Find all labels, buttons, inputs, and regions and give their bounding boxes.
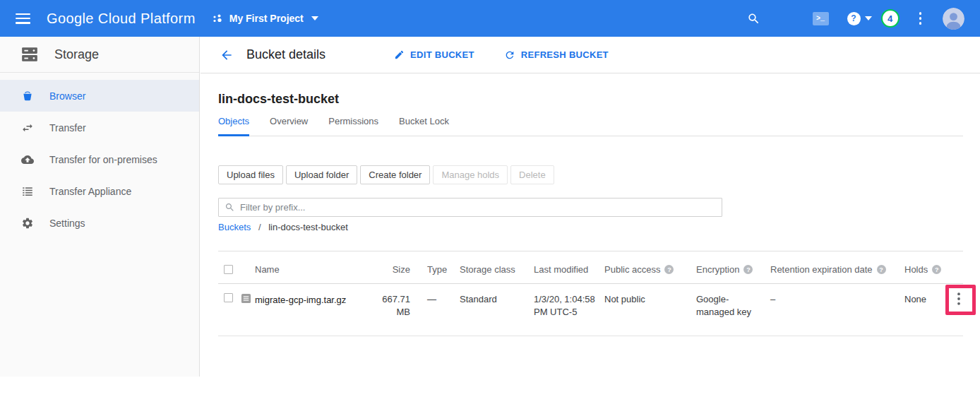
storage-product-icon	[20, 45, 39, 64]
sidebar-item-transfer-appliance[interactable]: Transfer Appliance	[0, 175, 199, 207]
tab-objects[interactable]: Objects	[218, 113, 249, 136]
sidebar-item-transfer-on-premises[interactable]: Transfer for on-premises	[0, 143, 199, 175]
appliance-icon	[21, 185, 34, 198]
more-vert-icon	[957, 292, 960, 305]
row-menu-button[interactable]	[954, 284, 963, 305]
help-icon[interactable]	[877, 265, 886, 274]
filter-box[interactable]	[218, 198, 722, 217]
sidebar-item-browser[interactable]: Browser	[0, 80, 199, 112]
filter-input[interactable]	[240, 202, 716, 213]
edit-bucket-label: EDIT BUCKET	[410, 49, 474, 60]
brand-title: Google Cloud Platform	[47, 11, 196, 27]
sidebar-item-settings[interactable]: Settings	[0, 207, 199, 239]
avatar[interactable]	[943, 8, 964, 30]
cell-public-access: Not public	[604, 284, 696, 306]
help-menu[interactable]: ?	[847, 12, 872, 25]
sidebar-title: Storage	[54, 47, 99, 62]
main-content: Bucket details EDIT BUCKET REFRESH BUCKE…	[201, 37, 980, 409]
sidebar-item-label: Browser	[49, 90, 85, 102]
select-all-checkbox[interactable]	[224, 265, 233, 274]
column-header-size: Size	[381, 264, 427, 275]
bucket-icon	[21, 90, 34, 102]
cell-object-name[interactable]: migrate-gcp-img.tar.gz	[255, 284, 381, 307]
bucket-tabs: Objects Overview Permissions Bucket Lock	[218, 113, 963, 136]
chevron-down-icon	[311, 16, 318, 20]
objects-table: Name Size Type Storage class Last modifi…	[218, 251, 963, 336]
refresh-icon	[504, 49, 515, 61]
column-header-public-access: Public access	[604, 264, 696, 275]
breadcrumb-current: lin-docs-test-bucket	[268, 222, 348, 232]
sidebar-item-label: Transfer	[49, 122, 86, 134]
breadcrumb-buckets-link[interactable]: Buckets	[218, 222, 251, 232]
swap-arrows-icon	[21, 121, 34, 134]
column-header-name: Name	[255, 264, 381, 275]
sidebar-item-label: Transfer for on-premises	[49, 154, 157, 165]
cell-holds: None	[904, 284, 954, 306]
table-header-row: Name Size Type Storage class Last modifi…	[218, 251, 963, 284]
project-icon	[213, 13, 223, 24]
column-header-retention: Retention expiration date	[770, 264, 904, 275]
table-row: migrate-gcp-img.tar.gz 667.71 MB — Stand…	[218, 284, 963, 336]
bucket-name-title: lin-docs-test-bucket	[218, 92, 963, 106]
pencil-icon	[394, 49, 405, 60]
menu-icon[interactable]	[16, 13, 30, 24]
help-icon[interactable]	[664, 265, 674, 274]
tab-permissions[interactable]: Permissions	[328, 113, 378, 136]
object-file-icon	[241, 293, 255, 307]
refresh-bucket-button[interactable]: REFRESH BUCKET	[504, 49, 609, 61]
row-checkbox[interactable]	[224, 293, 233, 302]
sidebar-item-transfer[interactable]: Transfer	[0, 112, 199, 143]
objects-toolbar: Upload files Upload folder Create folder…	[218, 165, 963, 184]
upload-folder-button[interactable]: Upload folder	[286, 165, 357, 184]
cloud-shell-icon[interactable]: >_	[813, 12, 829, 25]
search-icon[interactable]	[747, 12, 760, 25]
page-header: Bucket details EDIT BUCKET REFRESH BUCKE…	[201, 37, 980, 73]
cell-size: 667.71 MB	[381, 284, 427, 319]
back-arrow-icon[interactable]	[220, 48, 234, 62]
help-icon: ?	[847, 12, 861, 25]
help-icon[interactable]	[743, 265, 753, 274]
column-header-last-modified: Last modified	[534, 264, 604, 275]
notifications-badge[interactable]: 4	[881, 9, 900, 28]
sidebar-nav: Browser Transfer Transfer for on-premise…	[0, 73, 199, 239]
cell-retention: –	[770, 284, 904, 306]
sidebar-header: Storage	[0, 37, 199, 73]
help-icon[interactable]	[932, 265, 941, 274]
edit-bucket-button[interactable]: EDIT BUCKET	[394, 49, 474, 60]
page-title: Bucket details	[246, 47, 325, 62]
refresh-bucket-label: REFRESH BUCKET	[521, 49, 609, 60]
project-name: My First Project	[229, 13, 304, 24]
top-app-bar: Google Cloud Platform My First Project >…	[0, 0, 980, 37]
sidebar: Storage Browser Transfer Transfer for on…	[0, 37, 200, 377]
column-header-type: Type	[427, 264, 460, 275]
sidebar-item-label: Settings	[49, 218, 85, 229]
tab-overview[interactable]: Overview	[270, 113, 308, 136]
create-folder-button[interactable]: Create folder	[360, 165, 430, 184]
breadcrumb: Buckets / lin-docs-test-bucket	[218, 222, 963, 233]
upload-files-button[interactable]: Upload files	[218, 165, 283, 184]
tab-bucket-lock[interactable]: Bucket Lock	[399, 113, 449, 136]
manage-holds-button: Manage holds	[433, 165, 508, 184]
breadcrumb-separator: /	[258, 222, 261, 232]
column-header-encryption: Encryption	[696, 264, 770, 275]
cell-storage-class: Standard	[460, 284, 534, 306]
gear-icon	[21, 217, 34, 230]
cell-last-modified: 1/3/20, 1:04:58 PM UTC-5	[534, 284, 604, 319]
cell-type: —	[427, 284, 460, 306]
column-header-holds: Holds	[904, 264, 954, 275]
column-header-storage-class: Storage class	[460, 264, 534, 275]
cloud-upload-icon	[21, 153, 34, 166]
sidebar-item-label: Transfer Appliance	[49, 186, 131, 197]
cell-encryption: Google-managed key	[696, 284, 770, 319]
search-icon	[225, 202, 235, 213]
project-selector[interactable]: My First Project	[213, 13, 318, 24]
chevron-down-icon	[865, 16, 872, 20]
delete-button: Delete	[510, 165, 554, 184]
more-options-icon[interactable]	[919, 11, 922, 25]
